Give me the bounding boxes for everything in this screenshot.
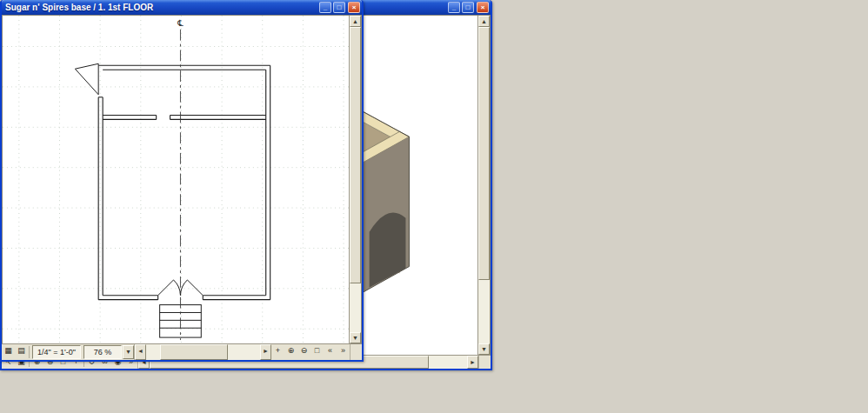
- close-button[interactable]: ×: [348, 2, 360, 13]
- scrollbar-corner: [478, 356, 491, 369]
- horizontal-scrollbar[interactable]: ◄ ►: [134, 344, 271, 360]
- scrollbar-thumb[interactable]: [160, 344, 229, 360]
- quick-options-icon[interactable]: ▦: [2, 344, 15, 360]
- scale-display[interactable]: 1/4" = 1'-0": [32, 345, 81, 359]
- scroll-left-button[interactable]: ◄: [135, 344, 146, 360]
- maximize-button[interactable]: □: [333, 2, 345, 13]
- window-plan-client: ℄ ▲ ▼: [2, 15, 362, 343]
- centerline-symbol: ℄: [177, 18, 184, 28]
- minimize-button[interactable]: _: [319, 2, 331, 13]
- zoom-level[interactable]: 76 %: [83, 345, 122, 359]
- walls: [98, 65, 270, 299]
- scroll-up-button[interactable]: ▲: [350, 16, 361, 27]
- minimize-button[interactable]: _: [448, 2, 460, 13]
- scroll-up-button[interactable]: ▲: [478, 16, 490, 27]
- maximize-button[interactable]: □: [462, 2, 474, 13]
- zoom-out-icon[interactable]: ⊖: [297, 344, 310, 360]
- scroll-track[interactable]: [478, 27, 490, 343]
- close-button[interactable]: ×: [477, 2, 489, 13]
- zoom-menu-button[interactable]: ▾: [123, 345, 134, 359]
- scrollbar-thumb[interactable]: [478, 27, 490, 280]
- toolbar-separator: [29, 346, 30, 358]
- scroll-right-button[interactable]: ►: [260, 344, 271, 360]
- scrollbar-corner: [350, 344, 362, 360]
- entry-door-leaf: [75, 63, 98, 95]
- floor-plan: ℄: [3, 16, 349, 343]
- desktop: Sugar n' Spires base 3D / All _ □ ×: [0, 0, 868, 413]
- layers-icon[interactable]: ▤: [15, 344, 28, 360]
- more-tools-icon[interactable]: »: [337, 344, 350, 360]
- previous-view-icon[interactable]: «: [324, 344, 337, 360]
- scroll-track[interactable]: [146, 344, 260, 360]
- window-floor-plan: Sugar n' Spires base / 1. 1st FLOOR _ □ …: [0, 0, 364, 362]
- scroll-track[interactable]: [350, 27, 361, 332]
- fit-in-window-icon[interactable]: □: [310, 344, 324, 360]
- window-plan-title: Sugar n' Spires base / 1. 1st FLOOR: [5, 3, 317, 12]
- centerline: ℄: [177, 18, 184, 340]
- scrollbar-thumb[interactable]: [350, 27, 361, 283]
- scroll-right-button[interactable]: ►: [467, 356, 478, 369]
- window-plan-toolbar: ▦ ▤ 1/4" = 1'-0" 76 % ▾ ◄ ► + ⊕ ⊖ □ « »: [2, 343, 362, 360]
- drawing-grid: [3, 16, 349, 343]
- pan-icon[interactable]: +: [271, 344, 284, 360]
- scroll-down-button[interactable]: ▼: [478, 343, 490, 355]
- floor-plan-canvas[interactable]: ℄: [3, 16, 349, 343]
- scroll-down-button[interactable]: ▼: [350, 332, 361, 343]
- vertical-scrollbar[interactable]: ▲ ▼: [349, 16, 361, 343]
- zoom-in-icon[interactable]: ⊕: [284, 344, 297, 360]
- vertical-scrollbar[interactable]: ▲ ▼: [477, 16, 490, 355]
- window-plan-titlebar[interactable]: Sugar n' Spires base / 1. 1st FLOOR _ □ …: [2, 0, 362, 15]
